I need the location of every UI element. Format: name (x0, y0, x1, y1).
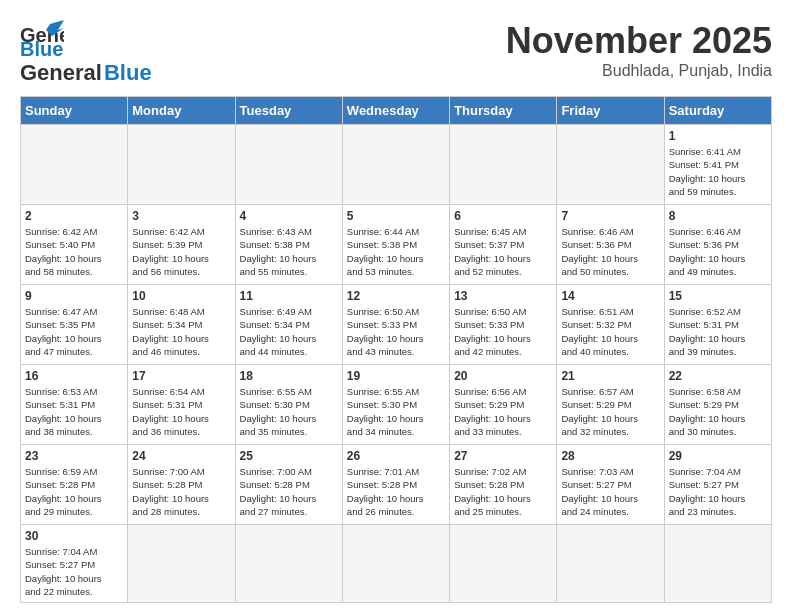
day-number: 9 (25, 289, 123, 303)
day-number: 4 (240, 209, 338, 223)
day-info: Sunrise: 6:48 AM Sunset: 5:34 PM Dayligh… (132, 305, 230, 358)
day-info: Sunrise: 6:53 AM Sunset: 5:31 PM Dayligh… (25, 385, 123, 438)
calendar-cell: 15Sunrise: 6:52 AM Sunset: 5:31 PM Dayli… (664, 285, 771, 365)
weekday-header-tuesday: Tuesday (235, 97, 342, 125)
logo-general: General (20, 60, 102, 86)
calendar-cell: 22Sunrise: 6:58 AM Sunset: 5:29 PM Dayli… (664, 365, 771, 445)
day-info: Sunrise: 6:42 AM Sunset: 5:40 PM Dayligh… (25, 225, 123, 278)
calendar-cell: 17Sunrise: 6:54 AM Sunset: 5:31 PM Dayli… (128, 365, 235, 445)
day-number: 5 (347, 209, 445, 223)
calendar-table: SundayMondayTuesdayWednesdayThursdayFrid… (20, 96, 772, 603)
day-number: 11 (240, 289, 338, 303)
day-info: Sunrise: 6:46 AM Sunset: 5:36 PM Dayligh… (669, 225, 767, 278)
svg-text:Blue: Blue (20, 38, 63, 58)
weekday-header-thursday: Thursday (450, 97, 557, 125)
day-info: Sunrise: 7:01 AM Sunset: 5:28 PM Dayligh… (347, 465, 445, 518)
calendar-cell (557, 525, 664, 603)
day-info: Sunrise: 6:46 AM Sunset: 5:36 PM Dayligh… (561, 225, 659, 278)
calendar-cell: 10Sunrise: 6:48 AM Sunset: 5:34 PM Dayli… (128, 285, 235, 365)
day-number: 17 (132, 369, 230, 383)
location-title: Budhlada, Punjab, India (506, 62, 772, 80)
calendar-cell (128, 525, 235, 603)
calendar-cell: 9Sunrise: 6:47 AM Sunset: 5:35 PM Daylig… (21, 285, 128, 365)
day-number: 27 (454, 449, 552, 463)
day-info: Sunrise: 7:00 AM Sunset: 5:28 PM Dayligh… (132, 465, 230, 518)
weekday-header-wednesday: Wednesday (342, 97, 449, 125)
calendar-cell: 3Sunrise: 6:42 AM Sunset: 5:39 PM Daylig… (128, 205, 235, 285)
day-number: 6 (454, 209, 552, 223)
day-info: Sunrise: 6:52 AM Sunset: 5:31 PM Dayligh… (669, 305, 767, 358)
calendar-cell: 29Sunrise: 7:04 AM Sunset: 5:27 PM Dayli… (664, 445, 771, 525)
day-number: 23 (25, 449, 123, 463)
day-number: 14 (561, 289, 659, 303)
calendar-cell: 28Sunrise: 7:03 AM Sunset: 5:27 PM Dayli… (557, 445, 664, 525)
day-number: 16 (25, 369, 123, 383)
calendar-cell: 14Sunrise: 6:51 AM Sunset: 5:32 PM Dayli… (557, 285, 664, 365)
calendar-cell: 13Sunrise: 6:50 AM Sunset: 5:33 PM Dayli… (450, 285, 557, 365)
calendar-cell: 8Sunrise: 6:46 AM Sunset: 5:36 PM Daylig… (664, 205, 771, 285)
day-info: Sunrise: 6:50 AM Sunset: 5:33 PM Dayligh… (347, 305, 445, 358)
calendar-cell: 1Sunrise: 6:41 AM Sunset: 5:41 PM Daylig… (664, 125, 771, 205)
day-number: 29 (669, 449, 767, 463)
calendar-cell: 11Sunrise: 6:49 AM Sunset: 5:34 PM Dayli… (235, 285, 342, 365)
calendar-cell: 2Sunrise: 6:42 AM Sunset: 5:40 PM Daylig… (21, 205, 128, 285)
weekday-header-sunday: Sunday (21, 97, 128, 125)
calendar-cell (235, 525, 342, 603)
day-number: 19 (347, 369, 445, 383)
day-number: 15 (669, 289, 767, 303)
weekday-header-saturday: Saturday (664, 97, 771, 125)
day-info: Sunrise: 7:04 AM Sunset: 5:27 PM Dayligh… (669, 465, 767, 518)
day-number: 2 (25, 209, 123, 223)
day-number: 22 (669, 369, 767, 383)
weekday-header-monday: Monday (128, 97, 235, 125)
calendar-cell (450, 125, 557, 205)
calendar-cell: 30Sunrise: 7:04 AM Sunset: 5:27 PM Dayli… (21, 525, 128, 603)
calendar-cell (557, 125, 664, 205)
day-info: Sunrise: 6:51 AM Sunset: 5:32 PM Dayligh… (561, 305, 659, 358)
day-number: 12 (347, 289, 445, 303)
day-number: 20 (454, 369, 552, 383)
day-number: 3 (132, 209, 230, 223)
calendar-cell (128, 125, 235, 205)
calendar-cell (21, 125, 128, 205)
calendar-cell: 24Sunrise: 7:00 AM Sunset: 5:28 PM Dayli… (128, 445, 235, 525)
calendar-cell: 21Sunrise: 6:57 AM Sunset: 5:29 PM Dayli… (557, 365, 664, 445)
day-info: Sunrise: 6:43 AM Sunset: 5:38 PM Dayligh… (240, 225, 338, 278)
day-info: Sunrise: 6:45 AM Sunset: 5:37 PM Dayligh… (454, 225, 552, 278)
logo: General Blue General Blue (20, 20, 152, 86)
calendar-cell: 27Sunrise: 7:02 AM Sunset: 5:28 PM Dayli… (450, 445, 557, 525)
day-number: 7 (561, 209, 659, 223)
day-info: Sunrise: 7:03 AM Sunset: 5:27 PM Dayligh… (561, 465, 659, 518)
day-info: Sunrise: 6:54 AM Sunset: 5:31 PM Dayligh… (132, 385, 230, 438)
logo-blue: Blue (104, 60, 152, 86)
calendar-cell: 20Sunrise: 6:56 AM Sunset: 5:29 PM Dayli… (450, 365, 557, 445)
calendar-cell (235, 125, 342, 205)
title-block: November 2025 Budhlada, Punjab, India (506, 20, 772, 80)
day-info: Sunrise: 6:41 AM Sunset: 5:41 PM Dayligh… (669, 145, 767, 198)
day-info: Sunrise: 6:59 AM Sunset: 5:28 PM Dayligh… (25, 465, 123, 518)
calendar-cell: 5Sunrise: 6:44 AM Sunset: 5:38 PM Daylig… (342, 205, 449, 285)
day-info: Sunrise: 6:55 AM Sunset: 5:30 PM Dayligh… (347, 385, 445, 438)
day-info: Sunrise: 6:56 AM Sunset: 5:29 PM Dayligh… (454, 385, 552, 438)
calendar-cell: 25Sunrise: 7:00 AM Sunset: 5:28 PM Dayli… (235, 445, 342, 525)
calendar-cell: 19Sunrise: 6:55 AM Sunset: 5:30 PM Dayli… (342, 365, 449, 445)
day-number: 8 (669, 209, 767, 223)
calendar-cell (450, 525, 557, 603)
day-number: 1 (669, 129, 767, 143)
calendar-cell: 16Sunrise: 6:53 AM Sunset: 5:31 PM Dayli… (21, 365, 128, 445)
calendar-cell: 12Sunrise: 6:50 AM Sunset: 5:33 PM Dayli… (342, 285, 449, 365)
day-number: 13 (454, 289, 552, 303)
day-info: Sunrise: 6:44 AM Sunset: 5:38 PM Dayligh… (347, 225, 445, 278)
calendar-cell: 6Sunrise: 6:45 AM Sunset: 5:37 PM Daylig… (450, 205, 557, 285)
day-number: 25 (240, 449, 338, 463)
day-info: Sunrise: 7:02 AM Sunset: 5:28 PM Dayligh… (454, 465, 552, 518)
page-header: General Blue General Blue November 2025 … (20, 20, 772, 86)
day-info: Sunrise: 6:55 AM Sunset: 5:30 PM Dayligh… (240, 385, 338, 438)
calendar-cell: 7Sunrise: 6:46 AM Sunset: 5:36 PM Daylig… (557, 205, 664, 285)
day-number: 18 (240, 369, 338, 383)
day-number: 30 (25, 529, 123, 543)
calendar-cell: 26Sunrise: 7:01 AM Sunset: 5:28 PM Dayli… (342, 445, 449, 525)
day-number: 24 (132, 449, 230, 463)
day-info: Sunrise: 6:47 AM Sunset: 5:35 PM Dayligh… (25, 305, 123, 358)
day-info: Sunrise: 7:04 AM Sunset: 5:27 PM Dayligh… (25, 545, 123, 598)
